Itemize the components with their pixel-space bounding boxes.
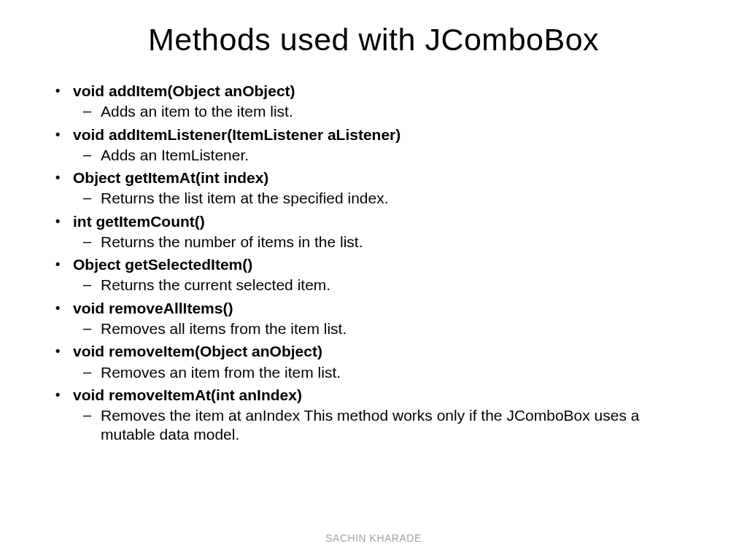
method-signature: void removeAllItems() [73,298,696,318]
method-item: Object getSelectedItem() Returns the cur… [73,254,696,295]
method-signature: void removeItemAt(int anIndex) [73,385,696,405]
method-description: Returns the number of items in the list. [73,233,696,252]
footer-author: SACHIN KHARADE [0,532,747,544]
method-description: Removes the item at anIndex This method … [73,406,696,445]
method-item: void removeAllItems() Removes all items … [73,298,696,339]
method-description: Removes an item from the item list. [73,363,696,382]
method-item: int getItemCount() Returns the number of… [73,211,696,252]
method-signature: void addItem(Object anObject) [73,81,696,101]
slide-title: Methods used with JComboBox [51,22,696,58]
method-signature: Object getItemAt(int index) [73,168,696,187]
method-description: Adds an ItemListener. [73,146,696,165]
method-description: Returns the list item at the specified i… [73,189,696,208]
method-signature: Object getSelectedItem() [73,254,696,274]
method-item: void addItemListener(ItemListener aListe… [73,125,696,166]
method-signature: void addItemListener(ItemListener aListe… [73,125,696,144]
method-item: void removeItem(Object anObject) Removes… [73,341,696,382]
methods-list: void addItem(Object anObject) Adds an it… [51,81,696,445]
method-item: void addItem(Object anObject) Adds an it… [73,81,696,122]
method-signature: void removeItem(Object anObject) [73,341,696,361]
method-description: Adds an item to the item list. [73,102,696,121]
method-item: void removeItemAt(int anIndex) Removes t… [73,385,696,445]
method-signature: int getItemCount() [73,211,696,231]
method-description: Returns the current selected item. [73,276,696,295]
method-item: Object getItemAt(int index) Returns the … [73,168,696,209]
method-description: Removes all items from the item list. [73,319,696,338]
